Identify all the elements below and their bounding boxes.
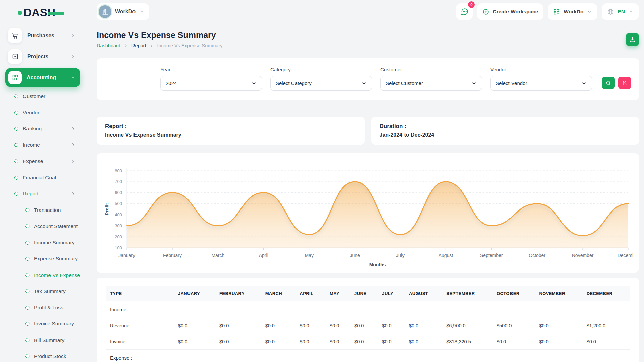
chat-icon — [460, 8, 469, 16]
sidebar-item-projects[interactable]: Projects — [5, 47, 80, 66]
sidebar-item-report[interactable]: Report — [5, 186, 87, 202]
header-actions: 0 Create Workspace WorkDo EN — [456, 3, 639, 20]
download-button[interactable] — [626, 33, 639, 46]
category-select[interactable]: Select Category — [270, 76, 372, 90]
chevron-right-icon — [71, 191, 76, 196]
row-type: Revenue — [106, 318, 174, 334]
workspace-selector[interactable]: WorkDo — [97, 3, 149, 20]
filter-label: Customer — [380, 67, 482, 72]
sidebar-item-expense[interactable]: Expense — [5, 153, 87, 170]
chevron-down-icon — [361, 81, 367, 86]
messages-badge: 0 — [468, 1, 475, 8]
bullet-icon — [14, 142, 19, 148]
title-block: Income Vs Expense Summary DashboardRepor… — [97, 30, 223, 48]
report-table: TYPEJANUARYFEBRUARYMARCHAPRILMAYJUNEJULY… — [106, 286, 630, 362]
year-select[interactable]: 2024 — [160, 76, 262, 90]
column-header-august: AUGUST — [405, 286, 442, 301]
chevron-down-icon — [628, 9, 634, 14]
sidebar-item-bill-summary[interactable]: Bill Summary — [5, 332, 87, 349]
vendor-select[interactable]: Select Vendor — [490, 76, 592, 90]
workspace-avatar — [99, 5, 111, 18]
bullet-icon — [25, 321, 30, 326]
sidebar-item-label: Invoice Summary — [34, 321, 74, 327]
cell-value: $0.0 — [215, 318, 261, 334]
sidebar-item-product-stock[interactable]: Product Stock — [5, 348, 87, 362]
sidebar-item-label: Accounting — [26, 75, 56, 81]
report-summary-card: Report : Income Vs Expense Summary — [97, 117, 365, 145]
column-header-march: MARCH — [261, 286, 296, 301]
logo-bar-icon — [48, 12, 64, 15]
sidebar-item-expense-summary[interactable]: Expense Summary — [5, 251, 87, 267]
dash-logo[interactable]: DASH — [18, 5, 56, 20]
workdo-menu[interactable]: WorkDo — [548, 3, 597, 20]
column-header-april: APRIL — [296, 286, 326, 301]
svg-text:300: 300 — [115, 223, 122, 228]
row-type: Invoice — [106, 334, 174, 350]
cell-value: $313,320.5 — [442, 334, 493, 350]
create-workspace-label: Create Workspace — [493, 9, 538, 15]
sidebar-item-label: Customer — [23, 93, 45, 99]
sidebar-item-purchases[interactable]: Purchases — [5, 26, 80, 45]
sidebar-item-customer[interactable]: Customer — [5, 88, 87, 105]
sidebar-item-invoice-summary[interactable]: Invoice Summary — [5, 316, 87, 332]
column-header-november: NOVEMBER — [535, 286, 582, 301]
sidebar-menu: PurchasesProjectsAccountingCustomerVendo… — [5, 25, 87, 362]
search-button[interactable] — [602, 77, 615, 89]
sidebar-item-tax-summary[interactable]: Tax Summary — [5, 283, 87, 300]
summary-title: Report : — [105, 123, 356, 130]
grid-plus-icon — [553, 8, 560, 15]
breadcrumb-dashboard[interactable]: Dashboard — [97, 43, 120, 48]
svg-text:200: 200 — [115, 234, 122, 239]
svg-text:Months: Months — [369, 262, 386, 267]
svg-text:December: December — [618, 253, 633, 258]
cell-value: $0.0 — [378, 318, 405, 334]
chart-card: 800700600500400300200100JanuaryFebruaryM… — [97, 153, 639, 273]
workspace-name: WorkDo — [115, 9, 136, 15]
sidebar-item-accounting[interactable]: Accounting — [5, 68, 80, 87]
create-workspace-button[interactable]: Create Workspace — [477, 3, 543, 20]
bullet-icon — [25, 354, 30, 359]
sidebar-item-income-vs-expense[interactable]: Income Vs Expense — [5, 267, 87, 284]
sidebar-item-label: Expense — [23, 158, 43, 164]
chevron-right-icon — [71, 33, 76, 38]
bullet-icon — [25, 256, 30, 261]
table-section-row: Expense : — [106, 350, 630, 362]
bullet-icon — [25, 273, 30, 278]
customer-select[interactable]: Select Customer — [380, 76, 482, 90]
sidebar-item-income-summary[interactable]: Income Summary — [5, 235, 87, 251]
sidebar-item-vendor[interactable]: Vendor — [5, 105, 87, 121]
cell-value: $0.0 — [378, 334, 405, 350]
cell-value: $0.0 — [174, 318, 215, 334]
cell-value: $0.0 — [535, 334, 582, 350]
breadcrumb-report[interactable]: Report — [131, 43, 146, 48]
cell-value: $0.0 — [535, 318, 582, 334]
building-icon — [102, 8, 109, 15]
cell-value: $500.0 — [493, 318, 535, 334]
chevron-down-icon — [70, 75, 76, 80]
cell-value: $0.0 — [405, 318, 442, 334]
summary-value: Income Vs Expense Summary — [105, 132, 356, 138]
svg-text:March: March — [211, 253, 224, 258]
chevron-right-icon — [71, 126, 76, 131]
cell-value: $0.0 — [326, 334, 350, 350]
sidebar-item-account-statement[interactable]: Account Statement — [5, 218, 87, 235]
bullet-icon — [14, 159, 19, 164]
cart-icon — [8, 28, 22, 43]
sidebar-item-income[interactable]: Income — [5, 137, 87, 154]
sidebar-item-profit-loss[interactable]: Profit & Loss — [5, 300, 87, 316]
reset-button[interactable] — [618, 77, 631, 89]
sidebar-item-label: Account Statement — [34, 223, 78, 229]
bullet-icon — [14, 191, 19, 196]
select-value: 2024 — [166, 80, 177, 86]
sidebar-item-banking[interactable]: Banking — [5, 121, 87, 137]
sidebar-item-financial-goal[interactable]: Financial Goal — [5, 170, 87, 186]
sidebar-item-transaction[interactable]: Transaction — [5, 202, 87, 219]
svg-text:100: 100 — [115, 245, 122, 250]
select-value: Select Vendor — [496, 80, 527, 86]
language-selector[interactable]: EN — [602, 3, 639, 20]
bullet-icon — [25, 305, 30, 310]
section-label: Expense : — [106, 350, 630, 362]
messages-button[interactable]: 0 — [456, 3, 473, 20]
sidebar-item-label: Product Stock — [34, 353, 66, 359]
filter-card: Year2024CategorySelect CategoryCustomerS… — [97, 58, 639, 100]
